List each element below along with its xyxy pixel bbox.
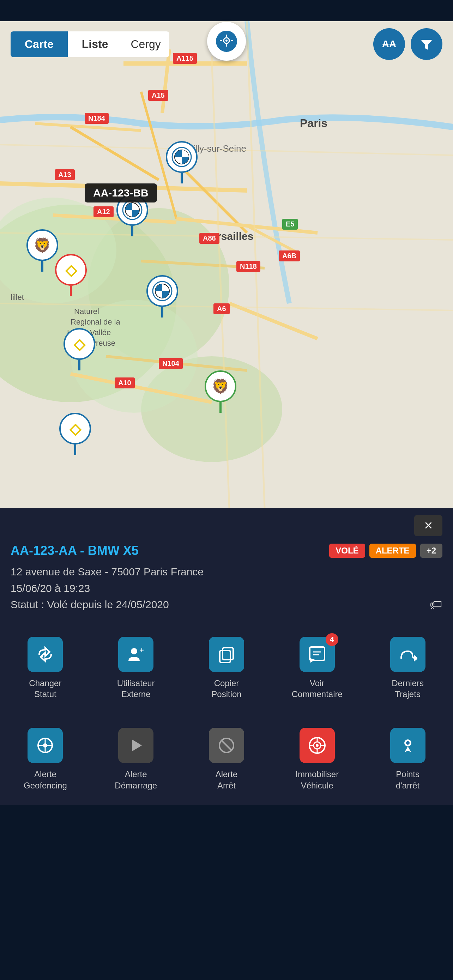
svg-line-60 (221, 740, 232, 751)
action-label: VoirCommentaire (292, 678, 343, 700)
view-tabs: Carte Liste Cergy (11, 32, 169, 57)
text-size-button[interactable]: AA (373, 28, 405, 60)
alerte-demarrage-icon-wrap (118, 728, 153, 763)
utilisateur-externe-icon-wrap: + (118, 637, 153, 672)
vehicle-title-row: AA-123-AA - BMW X5 VOLÉ ALERTE +2 (11, 543, 442, 558)
actions-grid-row2: AlerteGeofencing AlerteDémarrage AlerteA… (0, 714, 453, 805)
road-label-n104: N104 (159, 358, 183, 369)
immobiliser-vehicule-icon-wrap (300, 728, 335, 763)
road-label-a12: A12 (94, 206, 114, 217)
utilisateur-externe-icon: + (126, 645, 145, 664)
place-label: Cergy (122, 32, 169, 57)
action-label: ChangerStatut (29, 678, 61, 700)
pin-circle: 🦁 (205, 371, 236, 402)
map-right-controls: AA (373, 28, 442, 60)
tag-icon: 🏷 (430, 597, 442, 612)
action-label: CopierPosition (211, 678, 241, 700)
pin-renault-bottom[interactable]: ◇ (59, 413, 91, 455)
pin-circle: ◇ (64, 328, 95, 360)
svg-rect-50 (310, 647, 324, 660)
filter-icon (420, 37, 434, 51)
svg-marker-53 (414, 655, 417, 662)
changer-statut-icon (36, 645, 55, 664)
bottom-panel: ✕ AA-123-AA - BMW X5 VOLÉ ALERTE +2 12 a… (0, 508, 453, 805)
road-label-n184: N184 (85, 113, 109, 124)
pin-renault-blue[interactable]: ◇ (64, 328, 95, 371)
status-bar (0, 0, 453, 21)
pin-bmw-neuilly[interactable] (166, 141, 197, 183)
location-dot-button[interactable] (207, 22, 246, 60)
badge-vole: VOLÉ (329, 544, 365, 558)
road-label-a6b: A6B (279, 250, 300, 261)
points-arret-icon-wrap (390, 728, 426, 763)
action-voir-commentaire[interactable]: 4 VoirCommentaire (272, 626, 362, 710)
action-copier-position[interactable]: CopierPosition (181, 626, 272, 710)
voir-commentaire-icon (308, 645, 327, 664)
svg-text:Paris: Paris (300, 117, 327, 129)
svg-point-46 (131, 648, 137, 654)
location-icon (216, 31, 237, 52)
vehicle-info: AA-123-AA - BMW X5 VOLÉ ALERTE +2 12 ave… (0, 536, 453, 623)
pin-circle: ◇ (59, 413, 91, 444)
road-label-a13: A13 (55, 169, 75, 180)
close-icon: ✕ (424, 519, 433, 532)
voir-commentaire-icon-wrap: 4 (300, 637, 335, 672)
filter-button[interactable] (411, 28, 442, 60)
tab-carte[interactable]: Carte (11, 32, 68, 57)
svg-text:Naturel: Naturel (74, 307, 99, 316)
actions-grid-row1: ChangerStatut + UtilisateurExterne Copie… (0, 623, 453, 714)
road-label-a86: A86 (199, 233, 219, 244)
copier-position-icon (217, 645, 236, 664)
svg-marker-39 (421, 40, 432, 50)
action-alerte-geofencing[interactable]: AlerteGeofencing (0, 717, 91, 801)
alerte-geofencing-icon-wrap (27, 728, 63, 763)
alerte-arret-icon-wrap (209, 728, 244, 763)
action-derniers-trajets[interactable]: DerniersTrajets (362, 626, 453, 710)
map-container[interactable]: Neuilly-sur-Seine Versailles Paris Natur… (0, 21, 453, 508)
road-label-e5: E5 (282, 219, 298, 230)
alerte-geofencing-icon (36, 736, 55, 755)
action-label: Pointsd'arrêt (396, 769, 420, 791)
copier-position-icon-wrap (209, 637, 244, 672)
pin-circle (166, 141, 197, 173)
svg-rect-49 (223, 648, 233, 660)
badge-row: VOLÉ ALERTE +2 (329, 544, 442, 558)
action-label: ImmobiliserVéhicule (295, 769, 339, 791)
svg-point-63 (316, 744, 319, 747)
close-button[interactable]: ✕ (414, 515, 442, 536)
pin-circle: ◇ (55, 254, 87, 286)
vehicle-date: 15/06/20 à 19:23 (11, 582, 442, 594)
tab-liste[interactable]: Liste (68, 32, 122, 57)
pin-renault-red[interactable]: ◇ (55, 254, 87, 296)
pin-peugeot[interactable]: 🦁 (27, 229, 58, 272)
derniers-trajets-icon (398, 645, 417, 664)
svg-text:+: + (140, 646, 144, 654)
points-arret-icon (398, 736, 417, 755)
action-changer-statut[interactable]: ChangerStatut (0, 626, 91, 710)
pin-circle (146, 275, 178, 307)
action-points-arret[interactable]: Pointsd'arrêt (362, 717, 453, 801)
pin-bmw-south[interactable] (146, 275, 178, 318)
action-immobiliser-vehicule[interactable]: ImmobiliserVéhicule (272, 717, 362, 801)
action-utilisateur-externe[interactable]: + UtilisateurExterne (91, 626, 181, 710)
action-alerte-arret[interactable]: AlerteArrêt (181, 717, 272, 801)
changer-statut-icon-wrap (27, 637, 63, 672)
road-label-a15: A15 (148, 90, 168, 101)
action-alerte-demarrage[interactable]: AlerteDémarrage (91, 717, 181, 801)
road-label-a10: A10 (114, 377, 135, 388)
comment-badge: 4 (326, 633, 339, 646)
text-size-icon: AA (382, 38, 396, 50)
svg-marker-58 (132, 740, 142, 751)
svg-rect-48 (220, 651, 230, 662)
road-label-n118: N118 (236, 261, 261, 272)
action-label: AlerteDémarrage (114, 769, 157, 791)
svg-point-57 (43, 743, 47, 748)
alerte-demarrage-icon (126, 736, 145, 755)
road-label-a6: A6 (213, 303, 230, 314)
svg-text:lillet: lillet (11, 293, 24, 302)
pin-peugeot-green[interactable]: 🦁 (205, 371, 236, 413)
svg-point-1 (226, 40, 227, 41)
action-label: DerniersTrajets (392, 678, 424, 700)
action-label: AlerteGeofencing (24, 769, 67, 791)
alerte-arret-icon (217, 736, 236, 755)
